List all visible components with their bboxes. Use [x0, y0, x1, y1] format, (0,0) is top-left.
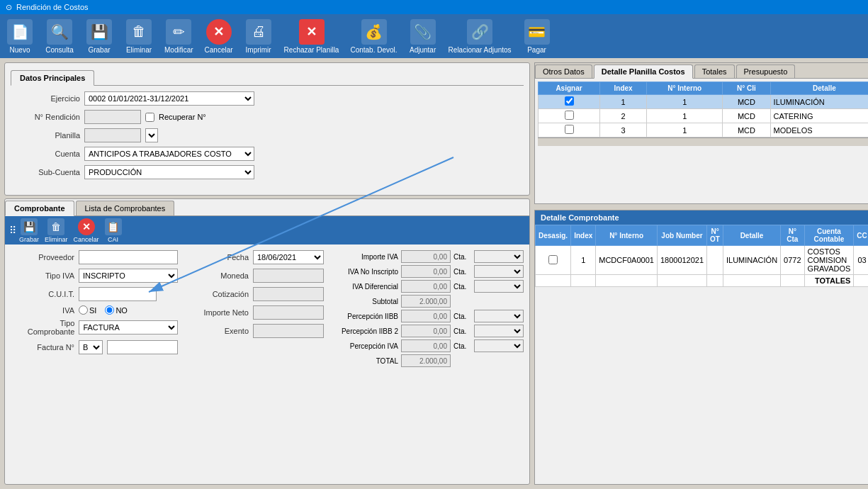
col-asignar: Asignar	[539, 82, 600, 95]
ejercicio-select[interactable]: 0002 01/01/2021-31/12/2021	[84, 91, 254, 106]
iva-value-7	[401, 354, 451, 367]
col-detalle: Detalle	[770, 82, 868, 95]
cotizacion-row: Cotización 1,0000	[185, 287, 324, 301]
asignar-checkbox-0[interactable]	[565, 96, 574, 106]
sub-toolbar: ⠿ 💾 Grabar 🗑 Eliminar ✕ Cancelar 📋 CAI	[5, 216, 529, 244]
adjuntar-button[interactable]: 📎 Adjuntar	[409, 19, 437, 54]
subcuenta-select[interactable]: PRODUCCIÓN	[84, 165, 254, 179]
importe-neto-row: Importe Neto 0,00	[185, 305, 324, 320]
moneda-label: Moneda	[185, 271, 249, 280]
exento-label: Exento	[185, 327, 249, 335]
tab-datos-principales[interactable]: Datos Principales	[11, 70, 94, 86]
importe-neto-input: 0,00	[253, 305, 324, 320]
tipo-comp-label: Tipo Comprobante	[11, 319, 74, 336]
rechazar-button[interactable]: ✕ Rechazar Planilla	[284, 19, 339, 54]
grabar-button[interactable]: 💾 Grabar	[85, 19, 113, 54]
asignar-checkbox-1[interactable]	[565, 111, 574, 120]
iva-label: IVA	[11, 306, 74, 315]
recuperar-checkbox[interactable]	[145, 113, 154, 122]
iva-value-5	[401, 325, 451, 337]
iva-row-0: Importe IVA Cta.	[331, 250, 524, 263]
iva-row-4: Percepción IIBB Cta.	[331, 310, 524, 322]
tipo-iva-row: Tipo IVA INSCRIPTO	[11, 269, 178, 283]
detalle-comprobante-header: Detalle Comprobante	[535, 210, 868, 225]
detalle-planilla-content: Asignar Index N° Interno N° Cli Detalle …	[535, 79, 868, 149]
eliminar-button[interactable]: 🗑 Eliminar	[125, 19, 153, 54]
detalle-comprobante-table: Desasig.IndexN° InternoJob NumberN° OTDe…	[535, 225, 868, 287]
cotizacion-input: 1,0000	[253, 287, 324, 301]
cta-select-0[interactable]	[474, 250, 524, 263]
cotizacion-label: Cotización	[185, 290, 249, 298]
asignar-checkbox-2[interactable]	[565, 125, 574, 134]
detalle-comprobante-content: Desasig.IndexN° InternoJob NumberN° OTDe…	[535, 225, 868, 287]
cta-select-1[interactable]	[474, 265, 524, 278]
iva-row-1: IVA No Inscripto Cta.	[331, 265, 524, 278]
cancelar-button[interactable]: ✕ Cancelar	[205, 19, 233, 54]
iva-no-radio[interactable]	[105, 305, 114, 315]
iva-row-6: Percepción IVA Cta.	[331, 339, 524, 352]
sub-grabar-button[interactable]: 💾 Grabar	[19, 218, 39, 243]
factura-prefix-select[interactable]: B	[79, 340, 103, 354]
iva-value-4	[401, 310, 451, 322]
comprobante-tabs: Comprobante Lista de Comprobantes	[5, 199, 529, 216]
cta-select-6[interactable]	[474, 339, 524, 352]
nro-rendicion-row: N° Rendición 000001 Recuperar N°	[16, 110, 518, 124]
proveedor-input[interactable]	[79, 250, 178, 264]
right-panel: Otros Datos Detalle Planilla Costos Tota…	[534, 62, 868, 485]
detalle-planilla-table: Asignar Index N° Interno N° Cli Detalle …	[538, 82, 868, 137]
tab-comprobante[interactable]: Comprobante	[5, 201, 74, 216]
nro-rendicion-input[interactable]: 000001	[84, 110, 141, 124]
recuperar-label: Recuperar N°	[159, 113, 206, 121]
title-text: Rendición de Costos	[16, 3, 89, 11]
sub-eliminar-button[interactable]: 🗑 Eliminar	[45, 218, 68, 243]
cuit-input[interactable]: _-_-_	[79, 287, 157, 301]
detalle-comprobante-area: Detalle Comprobante Desasig.IndexN° Inte…	[534, 210, 868, 485]
iva-row-7: TOTAL	[331, 354, 524, 367]
contab-button[interactable]: 💰 Contab. Devol.	[350, 19, 397, 54]
horizontal-scrollbar[interactable]	[538, 137, 868, 146]
sub-cancelar-button[interactable]: ✕ Cancelar	[74, 218, 99, 243]
cuit-row: C.U.I.T. _-_-_	[11, 287, 178, 301]
planilla-select[interactable]	[145, 128, 158, 142]
imprimir-button[interactable]: 🖨 Imprimir	[244, 19, 273, 54]
iva-si-label: SI	[79, 305, 96, 315]
title-icon: ⊙	[6, 3, 12, 12]
comp-col2: Fecha 18/06/2021 Moneda PESO Cotización …	[185, 250, 324, 367]
comprobante-section: Comprobante Lista de Comprobantes ⠿ 💾 Gr…	[4, 198, 530, 485]
cai-button[interactable]: 📋 CAI	[105, 218, 122, 243]
col-interno: N° Interno	[647, 82, 723, 95]
nuevo-button[interactable]: 📄 Nuevo	[6, 19, 34, 54]
relacionar-button[interactable]: 🔗 Relacionar Adjuntos	[449, 19, 512, 54]
iva-section: Importe IVA Cta. IVA No Inscripto Cta. I…	[331, 250, 524, 367]
factura-label: Factura N°	[11, 343, 74, 352]
exento-input: 2.000,00	[253, 324, 324, 338]
pagar-button[interactable]: 💳 Pagar	[523, 19, 551, 54]
comprobante-form: Proveedor Tipo IVA INSCRIPTO C.U.I.T. _-…	[5, 244, 529, 373]
tipo-comp-select[interactable]: FACTURA	[79, 320, 178, 335]
iva-value-6	[401, 339, 451, 352]
planilla-input[interactable]: 000001	[84, 128, 141, 142]
tab-detalle-planilla[interactable]: Detalle Planilla Costos	[594, 64, 693, 79]
tab-totales[interactable]: Totales	[694, 64, 735, 78]
cuenta-select[interactable]: ANTICIPOS A TRABAJADORES COSTO	[84, 147, 254, 161]
consulta-button[interactable]: 🔍 Consulta	[45, 19, 74, 54]
factura-input[interactable]	[107, 340, 178, 354]
tab-otros-datos[interactable]: Otros Datos	[535, 64, 592, 78]
ejercicio-label: Ejercicio	[16, 94, 80, 103]
iva-value-2	[401, 280, 451, 293]
planilla-label: Planilla	[16, 131, 80, 140]
cta-select-4[interactable]	[474, 310, 524, 322]
tab-presupuesto[interactable]: Presupuesto	[736, 64, 796, 78]
iva-row-5: Percepción IIBB 2 Cta.	[331, 325, 524, 337]
tipo-iva-select[interactable]: INSCRIPTO	[79, 269, 178, 283]
modificar-button[interactable]: ✏ Modificar	[164, 19, 193, 54]
comp-col1: Proveedor Tipo IVA INSCRIPTO C.U.I.T. _-…	[11, 250, 178, 367]
right-tabs: Otros Datos Detalle Planilla Costos Tota…	[535, 63, 868, 79]
desasig-checkbox-0[interactable]	[548, 255, 558, 264]
tab-lista-comprobantes[interactable]: Lista de Comprobantes	[76, 201, 175, 215]
right-table-area: Otros Datos Detalle Planilla Costos Tota…	[534, 62, 868, 204]
fecha-select[interactable]: 18/06/2021	[253, 250, 324, 264]
cta-select-2[interactable]	[474, 280, 524, 293]
iva-si-radio[interactable]	[79, 305, 88, 315]
cta-select-5[interactable]	[474, 325, 524, 337]
